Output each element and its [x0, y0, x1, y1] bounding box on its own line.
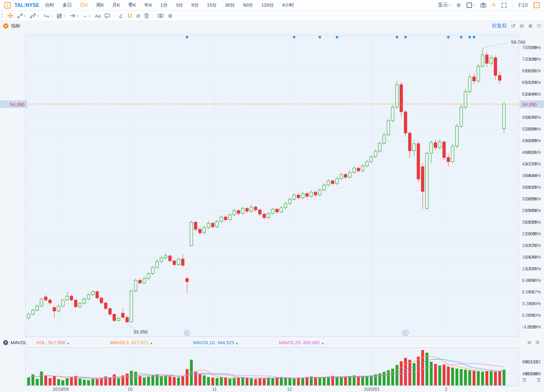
tab-多日[interactable]: 多日	[63, 2, 72, 8]
stock-logo-icon[interactable]: |	[4, 2, 11, 8]
polyline-tool-icon[interactable]: ∨	[30, 14, 39, 18]
display-dropdown[interactable]: 显示∨	[438, 2, 451, 8]
y-axis-label: 42.72%	[522, 161, 537, 166]
chevron-down-icon: ∨	[37, 14, 39, 17]
tab-15分[interactable]: 15分	[207, 2, 217, 8]
mavol-value: MAVOL10: 344.525▲	[193, 340, 239, 345]
collapse-indicator-icon[interactable]: ▼	[3, 340, 8, 345]
x-axis-label: 12	[287, 387, 292, 392]
tab-4小时[interactable]: 4小时	[282, 2, 294, 8]
fullscreen-icon[interactable]	[502, 3, 507, 8]
magnet-tool-icon[interactable]	[127, 13, 132, 18]
link-charts-icon[interactable]	[157, 14, 164, 18]
y-axis-label: 46.01%	[522, 150, 537, 155]
tab-3分[interactable]: 3分	[176, 2, 183, 8]
y-axis-label: -3.29%	[522, 324, 536, 329]
tab-30分[interactable]: 30分	[225, 2, 235, 8]
up-triangle-icon: ▲	[321, 341, 324, 345]
current-price-label-left: 54.390	[0, 100, 27, 108]
sidebar-toggle-icon[interactable]: |	[534, 2, 540, 8]
x-axis-label: 10	[128, 387, 133, 392]
event-diamond-icon	[395, 36, 398, 39]
volume-axis-label: 901.192	[522, 359, 538, 364]
y-axis-label: 19.72%	[522, 243, 537, 248]
event-diamond-icon	[404, 36, 407, 39]
settings-gear-icon[interactable]: ⚙	[456, 2, 461, 8]
mavol-value: MAVOL20: 409.492▲	[279, 340, 325, 345]
candlestick-chart[interactable]: EE	[25, 31, 519, 338]
y-axis-label: 3.29%	[522, 301, 535, 306]
event-diamond-icon	[318, 36, 321, 39]
low-price-annotation: 33.350	[133, 329, 148, 334]
y-axis-label: 6.57%	[522, 289, 535, 294]
indicator-settings-icon[interactable]: ⚙	[537, 23, 541, 29]
wave-tool-icon[interactable]: 13 ∨	[43, 13, 53, 18]
y-axis-label: 16.43%	[522, 255, 537, 260]
y-axis-label: 9.86%	[522, 278, 535, 283]
y-axis-label: 36.15%	[522, 185, 537, 190]
f10-button[interactable]: F10	[518, 3, 528, 8]
mavol-value: MAVOL5: 417.071▲	[110, 340, 153, 345]
tab-日K[interactable]: 日K	[80, 2, 88, 8]
reset-zoom-icon[interactable]: ↺	[511, 23, 515, 29]
tab-120分[interactable]: 120分	[261, 2, 274, 8]
y-axis-label: 13.15%	[522, 266, 537, 271]
text-tool-icon[interactable]: Aa	[95, 13, 101, 19]
tab-月K[interactable]: 月K	[112, 2, 120, 8]
tab-季K[interactable]: 季K	[128, 2, 136, 8]
mavol-label[interactable]: MAVOL	[11, 340, 27, 345]
comment-tool-icon[interactable]	[105, 14, 110, 18]
toolbar-right: 显示∨ ⚙ ∨ ✎ F10 |	[438, 2, 544, 8]
trendline-tool-icon[interactable]: ∨	[17, 14, 26, 18]
event-diamond-icon	[447, 36, 450, 39]
volume-chart[interactable]	[25, 347, 519, 387]
event-diamond-icon	[186, 36, 189, 39]
svg-text:E: E	[186, 331, 188, 335]
zoom-in-icon[interactable]: ⊕	[528, 23, 533, 29]
tab-60分[interactable]: 60分	[243, 2, 253, 8]
up-triangle-icon: ▲	[236, 341, 239, 345]
chart-type-dropdown[interactable]: ∨	[467, 3, 475, 8]
y-axis-label: 39.44%	[522, 173, 537, 178]
y-axis-label: 23.00%	[522, 231, 537, 236]
volume-axis-label: 万	[522, 378, 526, 383]
svg-text:E: E	[404, 331, 407, 335]
mavol-settings-icon[interactable]: ⚙	[535, 339, 540, 345]
drawing-settings-icon[interactable]: ⚙	[168, 13, 172, 19]
y-axis-label: 52.58%	[522, 126, 537, 132]
horizontal-ray-tool-icon[interactable]: ∨	[69, 14, 78, 18]
current-price-label-right: 54.390	[519, 100, 544, 108]
zoom-out-icon[interactable]: ⊖	[519, 23, 524, 29]
svg-text:1: 1	[43, 14, 45, 16]
adjust-mode-link[interactable]: 前复权	[492, 23, 507, 29]
screenshot-camera-icon[interactable]	[480, 3, 486, 8]
chevron-down-icon: ∨	[24, 14, 26, 17]
chevron-down-icon: ∨	[76, 14, 78, 17]
close-pane-icon[interactable]: ⊗	[527, 339, 531, 345]
y-axis-label: 26.29%	[522, 220, 537, 225]
tab-分时[interactable]: 分时	[45, 2, 54, 8]
tab-5分[interactable]: 5分	[192, 2, 199, 8]
grip-handle-icon[interactable]	[1, 14, 3, 18]
hide-drawings-icon[interactable]: ⊘	[136, 13, 140, 19]
y-axis-label: 55.87%	[522, 115, 537, 120]
event-diamond-icon	[472, 36, 475, 39]
mavol-header: ▼ MAVOL VOL: 517.930▲MAVOL5: 417.071▲MAV…	[0, 338, 544, 347]
symbol-label[interactable]: TAL:NYSE	[14, 3, 39, 8]
drawing-toolbar: ∨ ∨ 13 ∨ ∨ ∨ ←∨ Aa ∠ ⊘	[0, 11, 544, 21]
delete-drawings-icon[interactable]	[144, 13, 149, 18]
tab-1分[interactable]: 1分	[160, 2, 168, 8]
indicator-label[interactable]: 指标	[11, 23, 20, 29]
fibonacci-tool-icon[interactable]: ∨	[57, 13, 65, 18]
collapse-indicator-icon[interactable]: ▼	[3, 23, 8, 29]
draw-pencil-icon[interactable]: ✎	[492, 2, 496, 8]
move-tool-icon[interactable]	[8, 13, 13, 19]
event-diamond-icon	[292, 36, 296, 39]
y-axis-label: 29.58%	[522, 208, 537, 213]
angle-tool-icon[interactable]: ∠	[119, 13, 123, 19]
tab-年K[interactable]: 年K	[144, 2, 152, 8]
volume-axis-label: 450.596	[522, 371, 538, 376]
x-axis-label: 2	[445, 387, 447, 392]
tab-周K[interactable]: 周K	[96, 2, 104, 8]
arrow-tool-icon[interactable]: ←∨	[83, 13, 91, 19]
